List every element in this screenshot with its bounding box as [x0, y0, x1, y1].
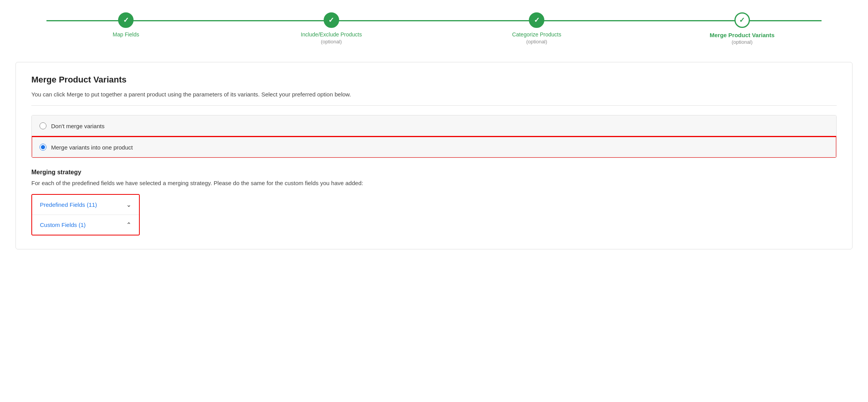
progress-track: ✓ Map Fields ✓ Include/Exclude Products … [23, 12, 845, 45]
step-label-include-exclude: Include/Exclude Products [301, 31, 362, 39]
step-label-map-fields: Map Fields [113, 31, 139, 39]
step-circle-merge-variants: ✓ [734, 12, 750, 28]
main-content: Merge Product Variants You can click Mer… [15, 62, 853, 249]
merging-strategy-description: For each of the predefined fields we hav… [31, 180, 837, 186]
step-categorize[interactable]: ✓ Categorize Products (optional) [434, 12, 640, 45]
accordion-label-custom: Custom Fields (1) [40, 222, 86, 228]
step-sublabel-include-exclude: (optional) [321, 39, 342, 45]
radio-option-no-merge[interactable]: Don't merge variants [32, 115, 836, 137]
step-merge-variants[interactable]: ✓ Merge Product Variants (optional) [640, 12, 845, 45]
radio-option-merge-one[interactable]: Merge variants into one product [32, 137, 836, 158]
radio-input-merge-one[interactable] [39, 144, 46, 151]
radio-group: Don't merge variants Merge variants into… [31, 115, 837, 158]
step-circle-include-exclude: ✓ [324, 12, 339, 28]
checkmark-include-exclude: ✓ [328, 16, 334, 24]
radio-label-merge-one: Merge variants into one product [51, 144, 133, 151]
radio-label-no-merge: Don't merge variants [51, 123, 105, 129]
step-sublabel-merge-variants: (optional) [732, 39, 753, 45]
accordion-label-predefined: Predefined Fields (11) [40, 201, 97, 208]
accordion-item-custom[interactable]: Custom Fields (1) ⌃ [32, 215, 139, 235]
divider [31, 105, 837, 106]
checkmark-map-fields: ✓ [123, 16, 129, 24]
radio-input-no-merge[interactable] [39, 122, 46, 129]
step-sublabel-categorize: (optional) [526, 39, 547, 45]
step-circle-map-fields: ✓ [118, 12, 134, 28]
step-label-merge-variants: Merge Product Variants [710, 31, 775, 39]
step-map-fields[interactable]: ✓ Map Fields [23, 12, 229, 39]
progress-container: ✓ Map Fields ✓ Include/Exclude Products … [0, 0, 868, 54]
checkmark-categorize: ✓ [534, 16, 540, 24]
page-description: You can click Merge to put together a pa… [31, 91, 837, 98]
checkmark-merge-variants: ✓ [739, 16, 745, 24]
merging-strategy-title: Merging strategy [31, 169, 837, 176]
step-circle-categorize: ✓ [529, 12, 544, 28]
step-label-categorize: Categorize Products [512, 31, 561, 39]
chevron-up-icon: ⌃ [126, 221, 131, 228]
step-include-exclude[interactable]: ✓ Include/Exclude Products (optional) [229, 12, 434, 45]
accordion-container: Predefined Fields (11) ⌄ Custom Fields (… [31, 194, 140, 235]
accordion-item-predefined[interactable]: Predefined Fields (11) ⌄ [32, 195, 139, 215]
page-title: Merge Product Variants [31, 75, 837, 85]
chevron-down-icon: ⌄ [126, 201, 131, 208]
